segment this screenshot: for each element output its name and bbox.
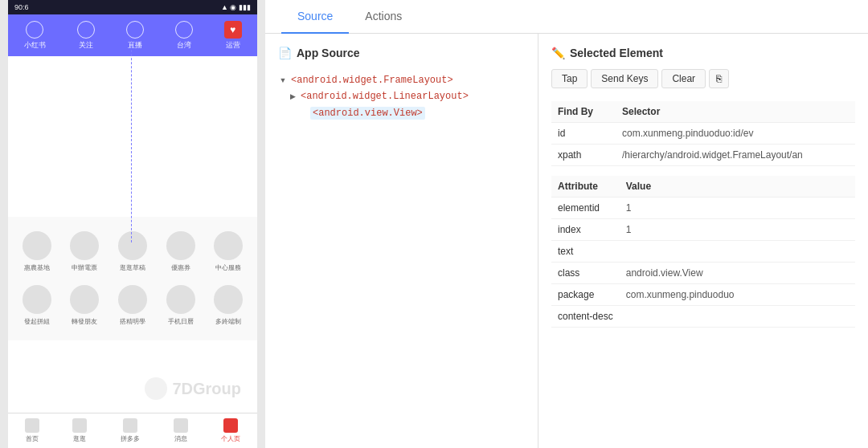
selected-element-title: ✏️ Selected Element: [551, 47, 855, 59]
icon-8: [166, 285, 195, 314]
source-title-text: App Source: [297, 47, 360, 59]
status-bar: 90:6 ▲ ◉ ▮▮▮: [8, 0, 257, 14]
bottom-nav-2: 拼多多: [121, 418, 140, 443]
tap-button[interactable]: Tap: [551, 69, 588, 88]
find-by-header: Find By: [551, 101, 616, 123]
selected-element-panel: ✏️ Selected Element Tap Send Keys Clear …: [538, 34, 868, 448]
attributes-table: Attribute Value elementid 1 index 1 text: [551, 176, 855, 328]
nav-item-4: ♥ 运营: [224, 21, 242, 51]
mobile-preview-panel: 90:6 ▲ ◉ ▮▮▮ 小红书 关注 直播 台湾 ♥ 运营: [0, 0, 265, 448]
icon-1: [70, 231, 99, 260]
find-by-xpath-label: xpath: [551, 145, 616, 166]
tabs-bar: Source Actions: [265, 0, 868, 34]
tree-node-linearlayout[interactable]: ▶ <android.widget.LinearLayout>: [288, 88, 525, 104]
send-keys-button[interactable]: Send Keys: [591, 69, 658, 88]
tree-label-framelayout: <android.widget.FrameLayout>: [291, 75, 453, 86]
icon-label-8: 手机日曆: [168, 317, 194, 326]
attr-row-index: index 1: [551, 219, 855, 241]
bottom-icon-3: [174, 418, 188, 433]
attr-package-label: package: [551, 284, 620, 306]
attr-text-label: text: [551, 241, 620, 263]
attr-class-label: class: [551, 263, 620, 284]
tree-toggle-linearlayout[interactable]: ▶: [288, 92, 297, 101]
xml-tree: ▼ <android.widget.FrameLayout> ▶ <androi…: [278, 72, 525, 122]
icon-label-6: 轉發朋友: [72, 317, 97, 326]
bottom-label-0: 首页: [26, 434, 39, 443]
selector-header: Selector: [616, 101, 855, 123]
table-row-xpath: xpath /hierarchy/android.widget.FrameLay…: [551, 145, 855, 166]
icon-label-0: 惠農基地: [24, 263, 50, 272]
bottom-nav-4: 个人页: [221, 418, 240, 443]
nav-label-1: 关注: [79, 40, 93, 51]
tree-children-linearlayout: ▶ <android.view.View>: [297, 104, 525, 122]
source-title-icon: 📄: [278, 47, 292, 59]
clear-button[interactable]: Clear: [661, 69, 706, 88]
attr-text-value: [620, 241, 855, 263]
attr-row-text: text: [551, 241, 855, 263]
selected-title-icon: ✏️: [551, 47, 565, 59]
table-row-id: id com.xunmeng.pinduoduo:id/ev: [551, 123, 855, 145]
tree-label-view: <android.view.View>: [310, 107, 425, 120]
bottom-icon-2: [123, 418, 137, 433]
icon-6: [70, 285, 99, 314]
attr-package-value: com.xunmeng.pinduoduo: [620, 284, 855, 306]
selector-xpath-value: /hierarchy/android.widget.FrameLayout/an: [616, 145, 855, 166]
icon-2: [118, 231, 147, 260]
icon-item-9: 多終端制: [207, 285, 249, 326]
icon-9: [214, 285, 243, 314]
icon-label-1: 申辦電票: [72, 263, 97, 272]
tree-label-linearlayout: <android.widget.LinearLayout>: [301, 91, 469, 102]
bottom-label-3: 消息: [174, 434, 187, 443]
attr-index-label: index: [551, 219, 620, 241]
icon-grid-row-2: 發起拼組 轉發朋友 搭精明學 手机日曆 多終端制: [16, 279, 249, 332]
icon-label-3: 優惠券: [171, 263, 190, 272]
tab-actions[interactable]: Actions: [349, 0, 418, 34]
icon-item-1: 申辦電票: [64, 231, 106, 272]
attr-class-value: android.view.View: [620, 263, 855, 284]
icon-5: [23, 285, 51, 314]
tree-node-framelayout[interactable]: ▼ <android.widget.FrameLayout>: [278, 72, 525, 88]
mobile-screen: 90:6 ▲ ◉ ▮▮▮ 小红书 关注 直播 台湾 ♥ 运营: [8, 0, 257, 448]
nav-circle-0: [26, 21, 43, 39]
icon-4: [214, 231, 243, 260]
nav-label-4: 运营: [226, 40, 240, 51]
nav-circle-2: [126, 21, 144, 39]
selector-id-value: com.xunmeng.pinduoduo:id/ev: [616, 123, 855, 145]
icon-item-7: 搭精明學: [112, 285, 154, 326]
icon-grid-row-1: 惠農基地 申辦電票 逛逛草稿 優惠券 中心服務: [16, 225, 249, 279]
copy-button[interactable]: ⎘: [709, 69, 729, 88]
attribute-header: Attribute: [551, 176, 620, 198]
bottom-label-1: 逛逛: [73, 434, 86, 443]
bottom-label-4: 个人页: [221, 434, 240, 443]
watermark-text: 7DGroup: [172, 380, 241, 398]
find-by-id-label: id: [551, 123, 616, 145]
attr-index-value: 1: [620, 219, 855, 241]
find-by-table: Find By Selector id com.xunmeng.pinduodu…: [551, 101, 855, 166]
tab-source[interactable]: Source: [281, 0, 349, 34]
icon-label-9: 多終端制: [215, 317, 241, 326]
source-panel-title: 📄 App Source: [278, 47, 525, 59]
nav-circle-1: [77, 21, 95, 39]
nav-heart-4: ♥: [224, 21, 242, 39]
mobile-top-nav: 小红书 关注 直播 台湾 ♥ 运营: [8, 14, 257, 56]
selection-dashed-line: [131, 42, 132, 242]
tree-node-view[interactable]: ▶ <android.view.View>: [297, 104, 525, 122]
bottom-nav-1: 逛逛: [72, 418, 87, 443]
icon-0: [23, 231, 51, 260]
bottom-icon-0: [25, 418, 39, 433]
nav-label-0: 小红书: [24, 40, 46, 51]
icon-item-4: 中心服務: [207, 231, 249, 272]
main-content: 📄 App Source ▼ <android.widget.FrameLayo…: [265, 34, 868, 448]
bottom-icon-1: [72, 418, 87, 433]
attr-row-content-desc: content-desc: [551, 306, 855, 328]
tree-toggle-framelayout[interactable]: ▼: [278, 75, 288, 85]
selected-title-text: Selected Element: [570, 47, 663, 59]
watermark-logo: [145, 377, 167, 400]
icon-label-4: 中心服務: [215, 263, 241, 272]
status-icons: ▲ ◉ ▮▮▮: [221, 3, 251, 11]
attr-elementid-value: 1: [620, 198, 855, 219]
right-panel: Source Actions 📄 App Source ▼ <android.w…: [265, 0, 868, 448]
status-time: 90:6: [14, 3, 29, 11]
icon-7: [118, 285, 147, 314]
icon-item-8: 手机日曆: [160, 285, 202, 326]
